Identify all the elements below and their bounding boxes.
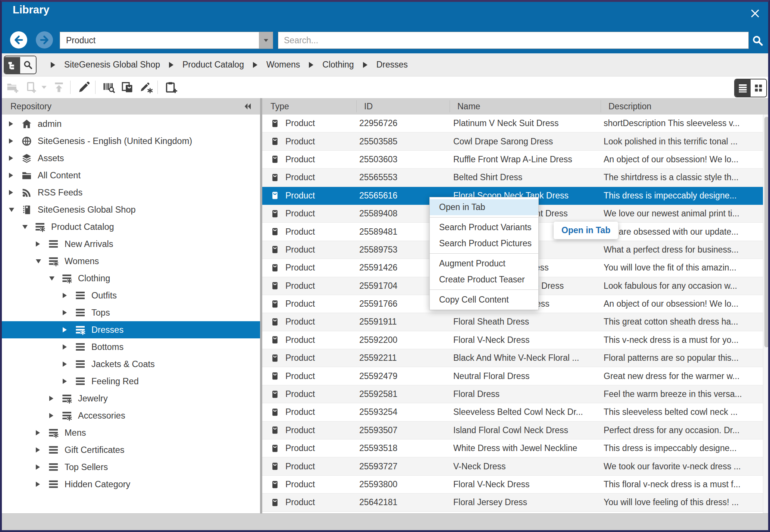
find-product-button[interactable]: [101, 79, 117, 96]
search-input[interactable]: [278, 32, 749, 49]
cell-id: 25593727: [356, 461, 450, 472]
expand-arrow-icon[interactable]: [9, 173, 16, 178]
tree-item-assets[interactable]: Assets: [0, 150, 260, 167]
smart-category-icon: [62, 393, 72, 404]
menu-item-open-in-tab[interactable]: Open in Tab: [430, 199, 538, 215]
tree-item-bottoms[interactable]: Bottoms: [0, 338, 260, 356]
table-row[interactable]: Product25565553Belted Shirt DressThe shi…: [262, 169, 763, 187]
context-menu-group: Open in Tab: [430, 197, 538, 217]
new-clipboard-button[interactable]: [163, 79, 179, 96]
copy-image-button[interactable]: [119, 79, 136, 96]
expand-arrow-icon[interactable]: [63, 362, 69, 367]
table-row[interactable]: Product25593518White Dress with Jewel Ne…: [262, 439, 763, 457]
table-row[interactable]: Product25592479Neutral Floral DressGreat…: [262, 367, 763, 385]
tree-item-new-arrivals[interactable]: New Arrivals: [0, 235, 260, 253]
expand-arrow-icon[interactable]: [9, 190, 16, 195]
breadcrumb-item[interactable]: Dresses: [376, 60, 408, 70]
expand-arrow-icon[interactable]: [63, 344, 69, 350]
window-title: Library: [13, 4, 49, 16]
tree-item-hidden-category[interactable]: Hidden Category: [0, 476, 260, 493]
expand-arrow-icon[interactable]: [63, 327, 69, 332]
breadcrumb-item[interactable]: SiteGenesis Global Shop: [64, 60, 160, 70]
tree-item-label: Top Sellers: [65, 462, 108, 472]
edit-pencil-button[interactable]: [76, 79, 92, 96]
tree-item-gift-certificates[interactable]: Gift Certificates: [0, 441, 260, 459]
tree-item-jewelry[interactable]: Jewelry: [0, 390, 260, 407]
breadcrumb-item[interactable]: Product Catalog: [182, 60, 244, 70]
tree-item-feeling-red[interactable]: Feeling Red: [0, 373, 260, 390]
vertical-scrollbar[interactable]: [763, 115, 770, 513]
expand-arrow-icon[interactable]: [63, 310, 69, 315]
expand-arrow-icon[interactable]: [9, 138, 16, 144]
tree-item-outfits[interactable]: Outfits: [0, 287, 260, 304]
table-row[interactable]: Product25592200Floral V-Neck DressThis v…: [262, 331, 763, 349]
table-row[interactable]: Product25593800Floral V-Neck DressThis f…: [262, 476, 763, 494]
tree-item-mens[interactable]: Mens: [0, 424, 260, 441]
search-submit-button[interactable]: [751, 34, 764, 47]
table-row[interactable]: Product25503603Ruffle Front Wrap A-Line …: [262, 151, 763, 169]
tree-item-top-sellers[interactable]: Top Sellers: [0, 459, 260, 476]
tree-item-rss-feeds[interactable]: RSS Feeds: [0, 184, 260, 201]
table-row[interactable]: Product25592581Floral DressFeel the warm…: [262, 385, 763, 403]
tree-item-dresses[interactable]: Dresses: [0, 321, 260, 338]
table-row[interactable]: Product25642181Floral Jersey DressYou wi…: [262, 494, 763, 511]
select-caret-button[interactable]: [259, 32, 273, 48]
expand-arrow-icon[interactable]: [9, 156, 16, 161]
tree-view-toggle-button[interactable]: [4, 57, 20, 74]
tree-item-womens[interactable]: Womens: [0, 253, 260, 270]
tree-item-jackets-coats[interactable]: Jackets & Coats: [0, 356, 260, 373]
table-row[interactable]: Product25593507Island Floral Cowl Neck D…: [262, 422, 763, 439]
tree-item-tops[interactable]: Tops: [0, 304, 260, 321]
menu-item-search-product-pictures[interactable]: Search Product Pictures: [430, 235, 538, 251]
expand-arrow-icon[interactable]: [36, 447, 43, 453]
close-button[interactable]: [747, 5, 763, 22]
menu-item-copy-cell-content[interactable]: Copy Cell Content: [430, 292, 538, 308]
breadcrumb-item[interactable]: Womens: [266, 60, 300, 70]
column-header-description[interactable]: Description: [601, 100, 763, 112]
table-row[interactable]: Product25593727V-Neck DressWe took our f…: [262, 457, 763, 475]
table-row[interactable]: Product25503585Cowl Drape Sarong DressLo…: [262, 132, 763, 150]
cell-type: Product: [262, 317, 356, 327]
collapse-panel-button[interactable]: [243, 101, 253, 111]
back-button[interactable]: [10, 31, 27, 48]
grid-view-button[interactable]: [751, 79, 766, 97]
collapse-arrow-icon[interactable]: [36, 259, 43, 263]
expand-arrow-icon[interactable]: [36, 241, 43, 247]
expand-arrow-icon[interactable]: [9, 121, 16, 126]
column-header-name[interactable]: Name: [450, 100, 601, 112]
breadcrumb-item[interactable]: Clothing: [322, 60, 354, 70]
caret-down-icon: [262, 37, 270, 44]
expand-arrow-icon[interactable]: [63, 293, 69, 298]
column-header-id[interactable]: ID: [356, 100, 450, 112]
menu-item-augment-product[interactable]: Augment Product: [430, 256, 538, 272]
expand-arrow-icon[interactable]: [36, 482, 43, 487]
search-mode-toggle-button[interactable]: [20, 56, 36, 73]
tree-item-product-catalog[interactable]: Product Catalog: [0, 218, 260, 235]
expand-arrow-icon[interactable]: [49, 413, 56, 418]
open-in-tab-tooltip: Open in Tab: [554, 222, 618, 239]
column-header-type[interactable]: Type: [262, 100, 356, 112]
tree-item-sitegenesis-english-united-kingdom-[interactable]: SiteGenesis - English (United Kingdom): [0, 132, 260, 150]
scrollbar-thumb[interactable]: [764, 117, 769, 347]
tree-item-admin[interactable]: admin: [0, 115, 260, 132]
table-row[interactable]: Product25593254Sleeveless Belted Cowl Ne…: [262, 403, 763, 421]
tree-item-clothing[interactable]: Clothing: [0, 270, 260, 287]
expand-arrow-icon[interactable]: [49, 396, 56, 401]
table-row[interactable]: Product25592211Black And White V-Neck Fl…: [262, 349, 763, 367]
collapse-arrow-icon[interactable]: [22, 225, 29, 229]
list-view-button[interactable]: [735, 79, 751, 97]
table-row[interactable]: Product25591911Floral Sheath DressThis g…: [262, 313, 763, 331]
tree-item-sitegenesis-global-shop[interactable]: SiteGenesis Global Shop: [0, 201, 260, 218]
table-row[interactable]: Product22956726Platinum V Neck Suit Dres…: [262, 115, 763, 132]
collapse-arrow-icon[interactable]: [49, 276, 56, 281]
tree-item-all-content[interactable]: All Content: [0, 167, 260, 184]
menu-item-search-product-variants[interactable]: Search Product Variants: [430, 219, 538, 235]
expand-arrow-icon[interactable]: [63, 379, 69, 384]
augment-pencil-button[interactable]: [138, 79, 154, 96]
menu-item-create-product-teaser[interactable]: Create Product Teaser: [430, 272, 538, 288]
expand-arrow-icon[interactable]: [36, 430, 43, 435]
expand-arrow-icon[interactable]: [36, 464, 43, 470]
search-type-select[interactable]: Product: [60, 32, 273, 49]
tree-item-accessories[interactable]: Accessories: [0, 407, 260, 424]
collapse-arrow-icon[interactable]: [9, 208, 16, 212]
